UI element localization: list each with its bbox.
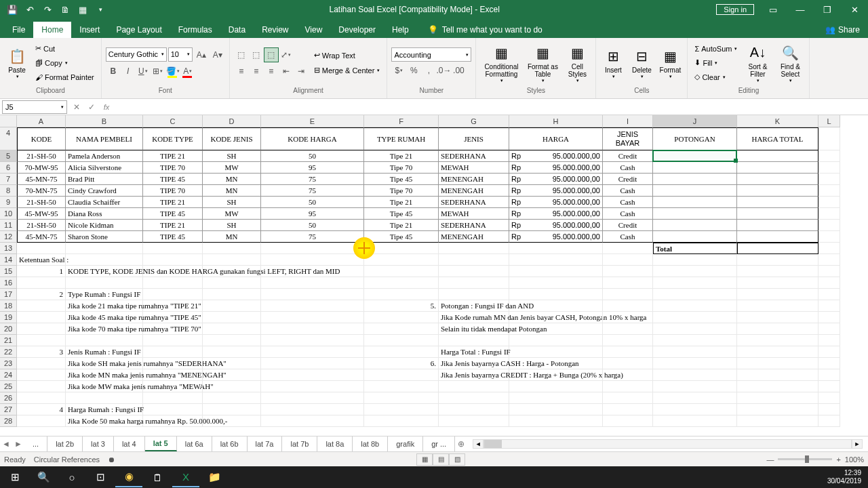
cell[interactable] xyxy=(17,277,66,289)
cell[interactable] xyxy=(203,277,261,289)
cell[interactable]: TIPE 45 xyxy=(143,231,203,243)
cell[interactable]: Tipe 45 xyxy=(364,208,439,220)
view-page-layout-button[interactable]: ▤ xyxy=(433,453,449,466)
cell[interactable]: SH xyxy=(203,150,261,162)
row-header-13[interactable]: 13 xyxy=(0,243,17,254)
cell[interactable]: Rp95.000.000,00 xyxy=(509,185,603,197)
col-header-F[interactable]: F xyxy=(364,115,439,127)
cell[interactable] xyxy=(737,323,818,335)
cell[interactable] xyxy=(261,254,364,266)
cell[interactable] xyxy=(737,277,818,289)
cell[interactable] xyxy=(603,277,653,289)
wrap-text-button[interactable]: ↩Wrap Text xyxy=(311,49,383,62)
cell[interactable] xyxy=(509,289,603,300)
cell[interactable]: Cash xyxy=(603,231,653,243)
cell[interactable] xyxy=(818,369,840,381)
cell[interactable]: Jika kode 70 maka tipe rumahnya "TIPE 70… xyxy=(66,323,143,335)
cell[interactable]: Alicia Silverstone xyxy=(66,162,143,174)
cell[interactable] xyxy=(653,415,737,427)
cell[interactable]: MENENGAH xyxy=(439,231,509,243)
add-sheet-button[interactable]: ⊕ xyxy=(455,437,467,451)
cell[interactable]: SEDERHANA xyxy=(439,220,509,231)
cell[interactable] xyxy=(203,312,261,323)
row-header-14[interactable]: 14 xyxy=(0,254,17,266)
cell[interactable]: Jika Jenis bayarnya CASH : Harga - Poton… xyxy=(439,358,509,369)
cell[interactable] xyxy=(653,174,737,185)
paste-button[interactable]: 📋Paste▾ xyxy=(4,41,30,85)
cell[interactable]: 45-MN-75 xyxy=(17,174,66,185)
cell[interactable]: Pamela Anderson xyxy=(66,150,143,162)
increase-font-button[interactable]: A▴ xyxy=(194,47,209,62)
cell[interactable] xyxy=(818,231,840,243)
worksheet-grid[interactable]: ABCDEFGHIJKL 456789101112131415161718192… xyxy=(0,115,868,436)
align-center-button[interactable]: ≡ xyxy=(249,64,264,79)
cell[interactable] xyxy=(509,277,603,289)
cell[interactable]: 1 xyxy=(17,266,66,277)
cell[interactable] xyxy=(203,243,261,254)
cell[interactable] xyxy=(143,358,203,369)
row-header-23[interactable]: 23 xyxy=(0,358,17,369)
cell[interactable] xyxy=(603,358,653,369)
cell[interactable]: JENIS xyxy=(439,127,509,150)
cell[interactable] xyxy=(818,346,840,358)
col-header-K[interactable]: K xyxy=(737,115,818,127)
cell[interactable]: Tipe 21 xyxy=(364,150,439,162)
row-header-24[interactable]: 24 xyxy=(0,369,17,381)
hscroll-right[interactable]: ► xyxy=(852,439,863,449)
cell[interactable] xyxy=(603,243,653,254)
cell[interactable] xyxy=(439,266,509,277)
sheet-tab-lat7b[interactable]: lat 7b xyxy=(282,436,317,451)
cell[interactable]: MEWAH xyxy=(439,208,509,220)
decrease-indent-button[interactable]: ⇤ xyxy=(279,64,294,79)
cell[interactable]: 45-MW-95 xyxy=(17,208,66,220)
tab-page-layout[interactable]: Page Layout xyxy=(108,22,170,38)
autosum-button[interactable]: ΣAutoSum▾ xyxy=(692,42,740,56)
cell[interactable] xyxy=(203,369,261,381)
zoom-in-button[interactable]: + xyxy=(836,455,840,464)
fill-button[interactable]: ⬇Fill▾ xyxy=(692,56,740,70)
copy-button[interactable]: 🗐Copy▾ xyxy=(33,56,97,70)
currency-button[interactable]: $▾ xyxy=(391,63,406,78)
cell[interactable]: Tipe 21 xyxy=(364,197,439,208)
align-left-button[interactable]: ≡ xyxy=(234,64,249,79)
cell[interactable]: Jika Kode rumah MN dan Jenis bayar CASH,… xyxy=(439,312,509,323)
cell[interactable]: MN xyxy=(203,185,261,197)
cell[interactable] xyxy=(364,415,439,427)
merge-center-button[interactable]: ⊟Merge & Center▾ xyxy=(311,64,383,77)
find-select-button[interactable]: 🔍Find & Select▾ xyxy=(775,41,805,85)
cell[interactable] xyxy=(364,323,439,335)
cell[interactable]: Nicole Kidman xyxy=(66,220,143,231)
cell[interactable]: Type Rumah : Fungsi IF xyxy=(66,289,143,300)
cell[interactable]: HARGA xyxy=(509,127,603,150)
tab-review[interactable]: Review xyxy=(254,22,296,38)
row-header-22[interactable]: 22 xyxy=(0,346,17,358)
zoom-level[interactable]: 100% xyxy=(845,455,864,464)
cell[interactable]: TIPE 70 xyxy=(143,185,203,197)
col-header-L[interactable]: L xyxy=(818,115,840,127)
cell[interactable] xyxy=(203,415,261,427)
cell[interactable] xyxy=(364,289,439,300)
cell[interactable]: 70-MN-75 xyxy=(17,185,66,197)
cell[interactable] xyxy=(653,162,737,174)
cell[interactable]: 75 xyxy=(261,185,364,197)
cell[interactable]: Cash xyxy=(603,197,653,208)
cell[interactable]: Harga Rumah : Fungsi IF xyxy=(66,404,143,415)
cell[interactable] xyxy=(603,415,653,427)
cell[interactable] xyxy=(818,266,840,277)
cell[interactable]: NAMA PEMBELI xyxy=(66,127,143,150)
cell[interactable] xyxy=(143,392,203,404)
cell[interactable] xyxy=(737,346,818,358)
cell[interactable] xyxy=(818,312,840,323)
cell[interactable] xyxy=(818,323,840,335)
col-header-B[interactable]: B xyxy=(66,115,143,127)
cell[interactable]: Tipe 70 xyxy=(364,185,439,197)
cell[interactable]: Tipe 45 xyxy=(364,174,439,185)
sheet-tab-lat8b[interactable]: lat 8b xyxy=(353,436,388,451)
cell[interactable]: TIPE 21 xyxy=(143,220,203,231)
minimize-icon[interactable]: — xyxy=(787,0,814,19)
cell[interactable] xyxy=(261,392,364,404)
sheet-tab-lat3[interactable]: lat 3 xyxy=(83,436,114,451)
cell[interactable] xyxy=(364,369,439,381)
cell[interactable] xyxy=(509,266,603,277)
cell[interactable] xyxy=(737,220,818,231)
